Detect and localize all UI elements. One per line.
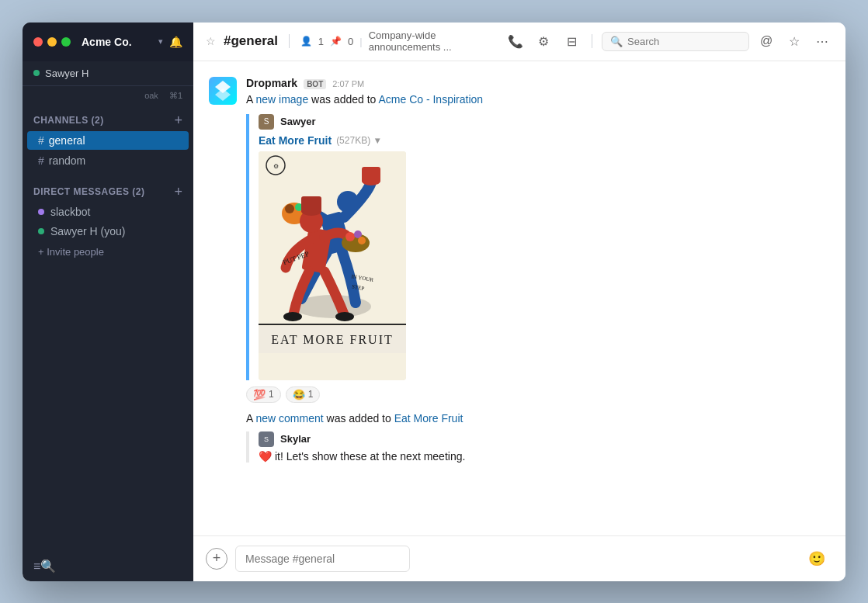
hash-icon-general: # <box>38 134 44 147</box>
svg-point-14 <box>345 232 355 241</box>
msg-badge: BOT <box>304 79 326 89</box>
channel-item-general[interactable]: # general <box>27 131 189 150</box>
svg-point-7 <box>285 204 294 213</box>
svg-point-17 <box>283 312 302 321</box>
attachment-size: (527KB) <box>336 135 370 146</box>
pin-count: 0 <box>348 36 353 47</box>
channels-section-header: CHANNELS (2) + <box>23 106 193 130</box>
header-divider <box>289 34 290 48</box>
attachment-title: Eat More Fruit (527KB) ▾ <box>259 134 830 147</box>
more-icon[interactable]: ⋯ <box>811 30 833 52</box>
layout-icon[interactable]: ⊟ <box>561 30 582 52</box>
messages-area[interactable]: Dropmark BOT 2:07 PM A new image was add… <box>193 61 845 535</box>
header-divider2 <box>592 34 592 48</box>
minimize-button[interactable] <box>47 37 57 47</box>
dm-label: DIRECT MESSAGES (2) <box>33 186 145 197</box>
shortcut-cmd1: ⌘1 <box>169 91 182 101</box>
gear-icon[interactable]: ⚙ <box>533 30 554 52</box>
search-icon: 🔍 <box>610 36 623 47</box>
search-activity-icon: ≡🔍 <box>33 559 56 574</box>
comment-user-row: S Skylar <box>259 431 830 447</box>
dropdown-icon: ▾ <box>375 135 380 146</box>
msg-text: A new image was added to Acme Co - Inspi… <box>246 92 830 108</box>
member-icon: 👤 <box>300 36 312 47</box>
msg-time: 2:07 PM <box>332 79 364 88</box>
attachment-user-row: S Sawyer <box>259 114 830 130</box>
emoji-button[interactable]: 🙂 <box>808 550 825 567</box>
bell-icon[interactable]: 🔔 <box>169 36 182 48</box>
channel-title: #general <box>224 33 278 49</box>
add-dm-button[interactable]: + <box>174 185 182 199</box>
add-channel-button[interactable]: + <box>174 113 182 127</box>
file-name-link[interactable]: Eat More Fruit <box>259 134 332 147</box>
star-icon[interactable]: ☆ <box>783 30 805 52</box>
channel-description: Company-wide announcements ... <box>369 29 497 53</box>
avatar-dropmark <box>209 77 237 105</box>
svg-rect-12 <box>301 196 321 212</box>
svg-rect-5 <box>362 167 380 182</box>
dm-name-slackbot: slackbot <box>50 206 90 218</box>
chevron-down-icon: ▾ <box>158 36 163 47</box>
reaction-emoji-laugh: 😂 <box>293 389 305 400</box>
reaction-emoji-100: 💯 <box>253 389 266 400</box>
svg-text:⚙: ⚙ <box>273 163 279 170</box>
plus-icon: + <box>213 550 221 567</box>
shortcut-oak: oak <box>144 91 158 100</box>
eat-more-fruit-link[interactable]: Eat More Fruit <box>394 412 464 425</box>
channel-name-random: random <box>49 154 85 167</box>
member-count: 1 <box>318 36 324 47</box>
msg-sender: Dropmark <box>246 77 297 89</box>
reaction-laugh[interactable]: 😂 1 <box>286 386 321 403</box>
traffic-lights <box>33 37 71 47</box>
new-image-link[interactable]: new image <box>255 93 308 106</box>
invite-people-label: + Invite people <box>38 246 104 258</box>
hash-icon-random: # <box>38 154 44 167</box>
sidebar-user: Sawyer H <box>23 61 193 86</box>
reaction-count-laugh: 1 <box>308 389 314 400</box>
message-input-wrapper: 🙂 <box>235 546 833 572</box>
header-actions: 📞 ⚙ ⊟ 🔍 @ ☆ ⋯ <box>505 30 833 52</box>
message-input-area: + 🙂 <box>193 535 845 581</box>
at-icon[interactable]: @ <box>755 30 777 52</box>
shortcut-row: oak ⌘1 <box>23 86 193 106</box>
comment-intro-text: A new comment was added to Eat More Frui… <box>246 411 830 427</box>
dm-status-sawyer <box>38 228 44 234</box>
sidebar-titlebar: Acme Co. ▾ 🔔 <box>23 23 193 61</box>
attachment-image: PUT PEP IN YOUR STEP EAT MORE FRUIT <box>259 151 406 380</box>
svg-point-16 <box>358 237 366 244</box>
app-window: Acme Co. ▾ 🔔 Sawyer H oak ⌘1 CHANNELS (2… <box>23 23 845 581</box>
close-button[interactable] <box>33 37 43 47</box>
message-group: Dropmark BOT 2:07 PM A new image was add… <box>209 77 830 463</box>
header-meta: 👤 1 📌 0 | Company-wide announcements ... <box>300 29 497 53</box>
maximize-button[interactable] <box>61 37 71 47</box>
board-link[interactable]: Acme Co - Inspiration <box>378 93 483 106</box>
search-input[interactable] <box>627 36 741 47</box>
attach-button[interactable]: + <box>206 548 227 570</box>
channel-item-random[interactable]: # random <box>27 151 189 170</box>
dm-status-slackbot <box>38 209 44 215</box>
pin-icon: 📌 <box>330 36 342 47</box>
svg-text:EAT MORE FRUIT: EAT MORE FRUIT <box>271 333 394 346</box>
comment-avatar: S <box>259 431 274 447</box>
message-input[interactable] <box>235 546 410 572</box>
phone-icon[interactable]: 📞 <box>505 30 526 52</box>
main-content: ☆ #general 👤 1 📌 0 | Company-wide announ… <box>193 23 845 581</box>
dm-section-header: DIRECT MESSAGES (2) + <box>23 177 193 202</box>
channel-name-general: general <box>49 134 85 147</box>
msg-header: Dropmark BOT 2:07 PM <box>246 77 830 89</box>
reaction-100[interactable]: 💯 1 <box>246 386 281 403</box>
comment-text: ❤️ it! Let's show these at the next meet… <box>259 450 830 463</box>
attachment-avatar: S <box>259 114 274 130</box>
sidebar-bottom: ≡🔍 <box>23 551 193 581</box>
poster: PUT PEP IN YOUR STEP EAT MORE FRUIT <box>259 151 406 380</box>
dm-item-sawyer[interactable]: Sawyer H (you) <box>27 222 189 241</box>
channel-header: ☆ #general 👤 1 📌 0 | Company-wide announ… <box>193 23 845 61</box>
search-box[interactable]: 🔍 <box>602 32 749 51</box>
comment-username: Skylar <box>280 433 311 445</box>
dm-item-slackbot[interactable]: slackbot <box>27 203 189 221</box>
new-comment-link[interactable]: new comment <box>255 412 323 425</box>
channel-star-icon[interactable]: ☆ <box>206 35 216 47</box>
sidebar-username: Sawyer H <box>45 68 89 79</box>
attachment-user-name: Sawyer <box>280 116 316 127</box>
invite-people-button[interactable]: + Invite people <box>27 241 189 262</box>
